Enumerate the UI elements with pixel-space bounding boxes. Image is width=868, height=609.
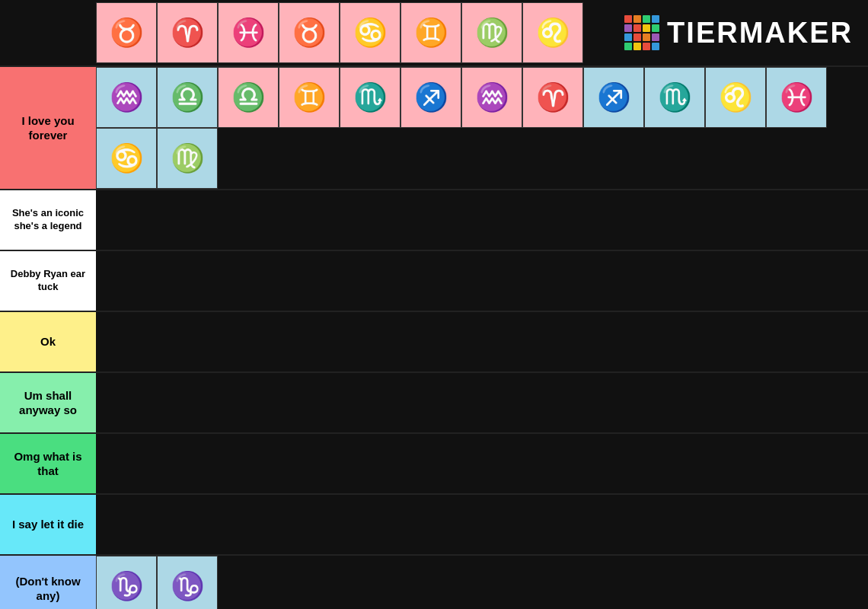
- tier-row-debby: Debby Ryan ear tuck: [0, 251, 868, 312]
- tier-item[interactable]: ♉: [96, 2, 157, 63]
- header-row: ♉ ♈ ♓ ♉ ♋ ♊ ♍ ♌: [0, 0, 868, 67]
- logo-cell: [652, 15, 659, 23]
- tier-item[interactable]: ♌: [522, 2, 583, 63]
- tier-label-debby: Debby Ryan ear tuck: [0, 251, 96, 311]
- logo-text: TiERMAKER: [667, 17, 853, 49]
- tier-row-omg: Omg what is that: [0, 434, 868, 495]
- tier-item[interactable]: ♎: [157, 67, 218, 128]
- tier-label-dontknow: (Don't know any): [0, 556, 96, 609]
- logo-cell: [643, 43, 650, 50]
- tier-item[interactable]: ♒: [96, 67, 157, 128]
- tier-item[interactable]: ♎: [218, 67, 279, 128]
- tier-label-um: Um shall anyway so: [0, 373, 96, 432]
- tier-maker-app: ♉ ♈ ♓ ♉ ♋ ♊ ♍ ♌: [0, 0, 868, 609]
- tier-label-love: I love you forever: [0, 67, 96, 189]
- logo-cell: [633, 24, 641, 32]
- tier-label-omg: Omg what is that: [0, 434, 96, 493]
- tier-item[interactable]: ♈: [157, 2, 218, 63]
- tier-items-um: [96, 373, 868, 432]
- tier-item[interactable]: ♑: [96, 556, 157, 609]
- logo-cell: [633, 15, 641, 23]
- logo-cell: [652, 24, 659, 32]
- tier-item[interactable]: ♊: [279, 67, 340, 128]
- logo-cell: [643, 15, 650, 23]
- logo-cell: [624, 33, 632, 41]
- tier-item[interactable]: ♐: [583, 67, 644, 128]
- tier-item[interactable]: ♏: [644, 67, 705, 128]
- tier-item[interactable]: ♓: [218, 2, 279, 63]
- tier-items-omg: [96, 434, 868, 493]
- tier-label-die: I say let it die: [0, 495, 96, 554]
- tier-row-die: I say let it die: [0, 495, 868, 556]
- logo-container: TiERMAKER: [624, 15, 868, 50]
- logo-cell: [652, 43, 659, 50]
- tier-item[interactable]: ♈: [522, 67, 583, 128]
- tier-items-debby: [96, 251, 868, 311]
- tier-row-iconic: She's an iconic she's a legend: [0, 190, 868, 251]
- tier-item[interactable]: ♉: [279, 2, 340, 63]
- tier-subrow-1: ♒ ♎ ♎ ♊ ♏ ♐ ♒ ♈ ♐ ♏ ♌ ♓: [96, 67, 868, 128]
- tier-label-ok: Ok: [0, 312, 96, 371]
- tier-items-ok: [96, 312, 868, 371]
- tier-row-um: Um shall anyway so: [0, 373, 868, 434]
- tier-items-dontknow: ♑ ♑: [96, 556, 868, 609]
- tier-item[interactable]: ♒: [461, 67, 522, 128]
- tier-item[interactable]: ♋: [96, 128, 157, 189]
- logo-grid: [624, 15, 659, 50]
- tier-item[interactable]: ♍: [157, 128, 218, 189]
- tier-row-ok: Ok: [0, 312, 868, 373]
- logo-cell: [624, 15, 632, 23]
- logo-cell: [624, 24, 632, 32]
- logo-cell: [643, 24, 650, 32]
- tier-items-love: ♒ ♎ ♎ ♊ ♏ ♐ ♒ ♈ ♐ ♏ ♌ ♓ ♋ ♍: [96, 67, 868, 189]
- tier-item[interactable]: ♏: [340, 67, 400, 128]
- logo-cell: [652, 33, 659, 41]
- tier-item[interactable]: ♋: [340, 2, 400, 63]
- tier-row-dontknow: (Don't know any) ♑ ♑: [0, 556, 868, 609]
- tier-item[interactable]: ♓: [766, 67, 827, 128]
- tier-item[interactable]: ♑: [157, 556, 218, 609]
- tier-item[interactable]: ♌: [705, 67, 766, 128]
- tier-row-love: I love you forever ♒ ♎ ♎ ♊ ♏ ♐ ♒ ♈ ♐ ♏ ♌…: [0, 67, 868, 190]
- tier-label-iconic: She's an iconic she's a legend: [0, 190, 96, 250]
- tier-subrow-2: ♋ ♍: [96, 128, 868, 189]
- tier-item[interactable]: ♊: [400, 2, 461, 63]
- logo-cell: [643, 33, 650, 41]
- header-items: ♉ ♈ ♓ ♉ ♋ ♊ ♍ ♌: [96, 2, 624, 63]
- tier-items-iconic: [96, 190, 868, 250]
- logo-cell: [633, 33, 641, 41]
- tier-items-die: [96, 495, 868, 554]
- logo-cell: [633, 43, 641, 50]
- tier-item[interactable]: ♍: [461, 2, 522, 63]
- tier-item[interactable]: ♐: [400, 67, 461, 128]
- logo-cell: [624, 43, 632, 50]
